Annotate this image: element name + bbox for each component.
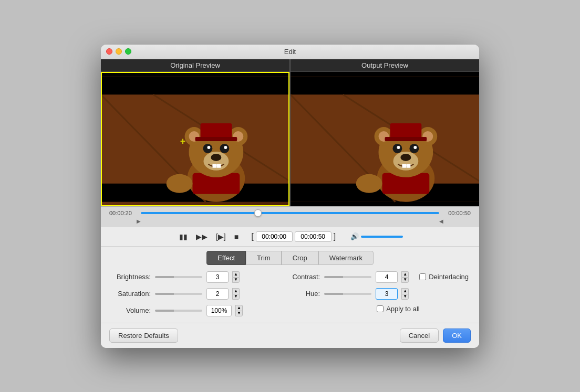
preview-area: Original Preview — [101, 59, 479, 206]
volume-stepper: ▲ ▼ — [235, 305, 243, 316]
saturation-row: Saturation: ▲ ▼ — [111, 288, 270, 300]
maximize-button[interactable] — [125, 48, 131, 55]
saturation-label: Saturation: — [111, 290, 151, 298]
contrast-input[interactable] — [376, 271, 398, 283]
saturation-down[interactable]: ▼ — [232, 294, 240, 300]
deinterlacing-label: Deinterlacing — [429, 273, 469, 281]
pause-button[interactable]: ▮▮ — [177, 231, 190, 242]
hue-input[interactable] — [376, 288, 398, 300]
volume-input[interactable] — [206, 305, 232, 316]
range-right-arrow[interactable]: ◀ — [439, 218, 443, 224]
volume-down[interactable]: ▼ — [235, 311, 243, 316]
bottom-bar: Restore Defaults Cancel OK — [101, 323, 479, 348]
volume-row: Volume: ▲ ▼ — [111, 305, 270, 316]
hue-up[interactable]: ▲ — [401, 288, 409, 294]
svg-point-17 — [224, 145, 227, 149]
svg-rect-36 — [385, 137, 427, 141]
hue-slider[interactable] — [324, 293, 371, 295]
svg-rect-24 — [291, 76, 479, 94]
tab-watermark[interactable]: Watermark — [318, 251, 374, 265]
bracket-right: ] — [334, 232, 336, 241]
tabs-area: Effect Trim Crop Watermark — [101, 247, 479, 265]
timecode-end[interactable]: 00:00:50 — [295, 231, 332, 242]
edit-window: Edit Original Preview — [101, 45, 479, 348]
brightness-input[interactable] — [206, 271, 229, 283]
original-preview-panel: Original Preview — [101, 59, 289, 206]
restore-defaults-button[interactable]: Restore Defaults — [109, 329, 178, 343]
settings-area: Brightness: ▲ ▼ Saturation: ▲ ▼ — [101, 265, 479, 323]
hue-down[interactable]: ▼ — [401, 294, 409, 300]
cancel-button[interactable]: Cancel — [400, 329, 439, 343]
svg-rect-20 — [212, 164, 216, 167]
minimize-button[interactable] — [116, 48, 122, 55]
brightness-label: Brightness: — [111, 273, 151, 281]
original-video-frame[interactable]: + — [101, 72, 289, 206]
timeline-range: ▶ ◀ — [109, 218, 471, 224]
svg-point-40 — [413, 145, 417, 149]
window-title: Edit — [284, 48, 296, 56]
svg-rect-12 — [200, 123, 232, 138]
title-bar: Edit — [101, 45, 479, 59]
controls-area: ▮▮ ▶▶ [▶] ■ [ 00:00:00 00:00:50 ] 🔊 — [101, 227, 479, 247]
range-left-arrow[interactable]: ▶ — [137, 218, 141, 224]
bear-svg-output — [291, 72, 479, 206]
svg-point-22 — [167, 174, 193, 193]
frame-advance-button[interactable]: [▶] — [214, 231, 228, 242]
brightness-down[interactable]: ▼ — [232, 277, 240, 283]
volume-slider[interactable] — [361, 236, 403, 238]
controls-row: ▮▮ ▶▶ [▶] ■ [ 00:00:00 00:00:50 ] 🔊 — [109, 231, 471, 242]
svg-point-39 — [397, 145, 400, 149]
svg-rect-44 — [406, 164, 410, 167]
timecode-start[interactable]: 00:00:00 — [256, 231, 293, 242]
output-preview-header: Output Preview — [291, 59, 479, 72]
right-settings: Contrast: ▲ ▼ Deinterlacing Hue: — [281, 271, 469, 316]
original-preview-header: Original Preview — [101, 59, 289, 72]
tab-crop[interactable]: Crop — [282, 251, 318, 265]
volume-effect-slider[interactable] — [155, 310, 202, 312]
timeline-thumb[interactable] — [254, 209, 262, 217]
saturation-input[interactable] — [206, 288, 229, 300]
output-video-frame[interactable] — [291, 72, 479, 206]
svg-rect-35 — [390, 123, 421, 138]
time-display: [ 00:00:00 00:00:50 ] — [251, 231, 336, 242]
svg-rect-1 — [101, 76, 289, 94]
svg-point-42 — [400, 153, 411, 161]
traffic-lights — [106, 48, 131, 55]
hue-label: Hue: — [281, 290, 320, 298]
close-button[interactable] — [106, 48, 112, 55]
timeline-start-label: 00:00:20 — [109, 210, 137, 216]
tab-trim[interactable]: Trim — [246, 251, 282, 265]
contrast-up[interactable]: ▲ — [401, 271, 409, 277]
output-preview-panel: Output Preview — [291, 59, 479, 206]
contrast-stepper: ▲ ▼ — [401, 271, 409, 283]
bear-scene-original: + — [101, 72, 289, 206]
deinterlacing-checkbox[interactable] — [419, 273, 426, 280]
ok-button[interactable]: OK — [443, 329, 471, 343]
volume-up[interactable]: ▲ — [235, 305, 243, 311]
bear-svg-original — [101, 72, 289, 206]
contrast-slider[interactable] — [324, 276, 371, 278]
tab-effect[interactable]: Effect — [206, 251, 246, 265]
brightness-up[interactable]: ▲ — [232, 271, 240, 277]
volume-area: 🔊 — [350, 232, 403, 240]
svg-point-45 — [356, 174, 382, 193]
stop-button[interactable]: ■ — [232, 231, 241, 242]
svg-rect-43 — [402, 164, 406, 167]
contrast-down[interactable]: ▼ — [401, 277, 409, 283]
apply-all-checkbox[interactable] — [377, 305, 384, 312]
crosshair-icon: + — [180, 136, 186, 147]
saturation-stepper: ▲ ▼ — [232, 288, 240, 300]
svg-rect-21 — [216, 164, 221, 167]
bracket-left: [ — [251, 232, 253, 241]
svg-rect-13 — [195, 137, 237, 141]
saturation-up[interactable]: ▲ — [232, 288, 240, 294]
timeline-area: 00:00:20 00:00:50 ▶ ◀ — [101, 206, 479, 227]
saturation-slider[interactable] — [155, 293, 202, 295]
apply-all-row: Apply to all — [281, 305, 469, 313]
settings-grid: Brightness: ▲ ▼ Saturation: ▲ ▼ — [111, 271, 469, 316]
timeline-end-label: 00:00:50 — [443, 210, 471, 216]
brightness-slider[interactable] — [155, 276, 202, 278]
bottom-right-buttons: Cancel OK — [400, 329, 471, 343]
timeline-slider[interactable] — [141, 212, 439, 214]
step-forward-button[interactable]: ▶▶ — [194, 231, 210, 242]
